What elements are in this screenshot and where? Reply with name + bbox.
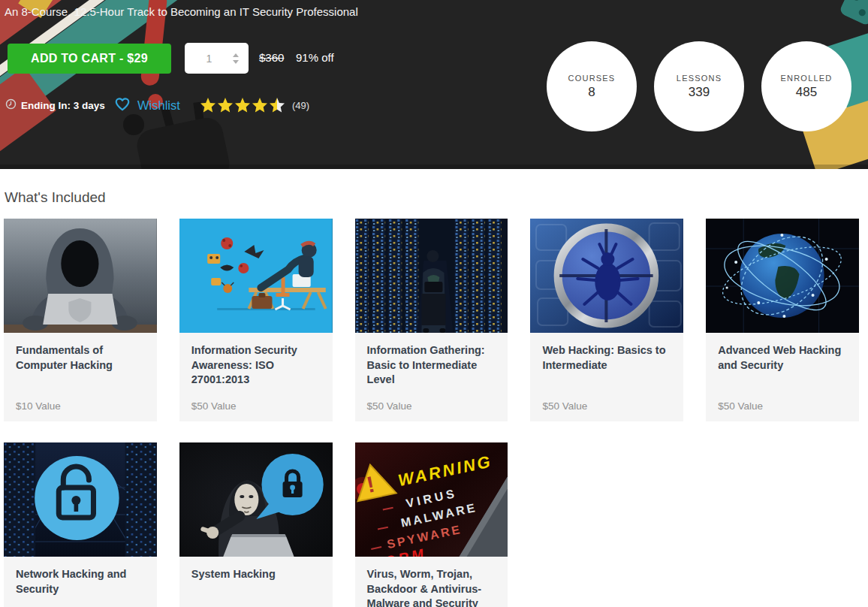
stat-value: 485 <box>796 85 817 100</box>
course-grid: Fundamentals of Computer Hacking $10 Val… <box>4 219 859 607</box>
section-heading: What's Included <box>5 189 859 206</box>
review-count: (49) <box>292 100 309 111</box>
hero-banner: An 8-Course, 12.5-Hour Track to Becoming… <box>0 0 868 169</box>
quantity-stepper[interactable]: 1 <box>185 43 249 74</box>
course-card[interactable]: Network Hacking and Security <box>4 442 157 607</box>
course-card[interactable]: System Hacking <box>179 442 333 607</box>
course-card-footer: System Hacking <box>179 557 333 607</box>
course-title[interactable]: Web Hacking: Basics to Intermediate <box>542 343 671 373</box>
course-card-footer: Advanced Web Hacking and Security $50 Va… <box>706 333 859 421</box>
stat-enrolled: ENROLLED 485 <box>761 41 851 131</box>
hooded-hacker-laptop-image <box>4 219 157 333</box>
stat-label: LESSONS <box>677 74 722 83</box>
course-card[interactable]: Fundamentals of Computer Hacking $10 Val… <box>4 219 157 421</box>
course-value: $10 Value <box>16 400 61 412</box>
bundle-stats: COURSES 8 LESSONS 339 ENROLLED 485 <box>547 41 851 131</box>
course-card-footer: Fundamentals of Computer Hacking $10 Val… <box>4 333 157 421</box>
course-value: $50 Value <box>191 400 237 412</box>
ending-in-label: Ending In: 3 days <box>21 100 105 111</box>
warning-screen-image: ! WARNING VIRUS MALWARE SPYWARE WORM <box>355 442 508 557</box>
stepper-arrows-icon[interactable] <box>232 43 240 74</box>
course-title[interactable]: Fundamentals of Computer Hacking <box>16 343 145 373</box>
course-card-footer: Network Hacking and Security <box>4 557 157 607</box>
course-title[interactable]: Information Gathering: Basic to Intermed… <box>367 343 496 388</box>
course-title[interactable]: Advanced Web Hacking and Security <box>718 343 847 373</box>
course-card[interactable]: Advanced Web Hacking and Security $50 Va… <box>706 219 859 421</box>
course-card[interactable]: ! WARNING VIRUS MALWARE SPYWARE WORM Vir… <box>355 442 508 607</box>
course-card[interactable]: Information Gathering: Basic to Intermed… <box>355 219 508 421</box>
discount-label: 91% off <box>296 51 334 64</box>
course-value: $50 Value <box>718 400 763 412</box>
stat-value: 8 <box>588 85 595 100</box>
course-title[interactable]: Network Hacking and Security <box>16 567 145 596</box>
whats-included-section: What's Included Fundamentals of Computer… <box>0 169 868 607</box>
stat-value: 339 <box>689 85 710 100</box>
server-room-technician-image <box>355 219 508 333</box>
course-title[interactable]: Virus, Worm, Trojan, Backdoor & Antiviru… <box>367 567 496 607</box>
star-rating: (49) <box>200 98 309 113</box>
sale-countdown: Ending In: 3 days <box>5 98 105 113</box>
original-price: $360 <box>259 51 284 64</box>
stat-label: COURSES <box>568 74 616 83</box>
stat-lessons: LESSONS 339 <box>654 41 744 131</box>
course-value: $50 Value <box>367 400 412 412</box>
course-card-footer: Web Hacking: Basics to Intermediate $50 … <box>530 333 683 421</box>
stat-courses: COURSES 8 <box>547 41 637 131</box>
star-rating-icons <box>200 98 285 113</box>
stat-label: ENROLLED <box>781 74 833 83</box>
padlock-circle-server-image <box>4 442 157 557</box>
heart-icon <box>114 96 131 114</box>
course-card[interactable]: Web Hacking: Basics to Intermediate $50 … <box>530 219 683 421</box>
network-globe-image <box>706 219 859 333</box>
bundle-title: An 8-Course, 12.5-Hour Track to Becoming… <box>5 5 358 18</box>
flat-bug-kick-illustration-image <box>179 219 333 333</box>
bug-crosshair-scope-image <box>530 219 683 333</box>
course-title[interactable]: System Hacking <box>191 567 321 582</box>
course-card-footer: Information Gathering: Basic to Intermed… <box>355 333 508 421</box>
course-value: $50 Value <box>542 400 587 412</box>
course-title[interactable]: Information Security Awareness: ISO 2700… <box>191 343 321 388</box>
masked-hacker-lock-bubble-image <box>179 442 333 557</box>
course-card[interactable]: Information Security Awareness: ISO 2700… <box>179 219 333 421</box>
course-card-footer: Virus, Worm, Trojan, Backdoor & Antiviru… <box>355 557 508 607</box>
add-to-cart-button[interactable]: ADD TO CART - $29 <box>8 44 171 74</box>
course-card-footer: Information Security Awareness: ISO 2700… <box>179 333 333 421</box>
wishlist-label[interactable]: Wishlist <box>137 98 180 113</box>
wishlist-button[interactable]: Wishlist <box>114 96 180 114</box>
clock-icon <box>5 98 17 113</box>
